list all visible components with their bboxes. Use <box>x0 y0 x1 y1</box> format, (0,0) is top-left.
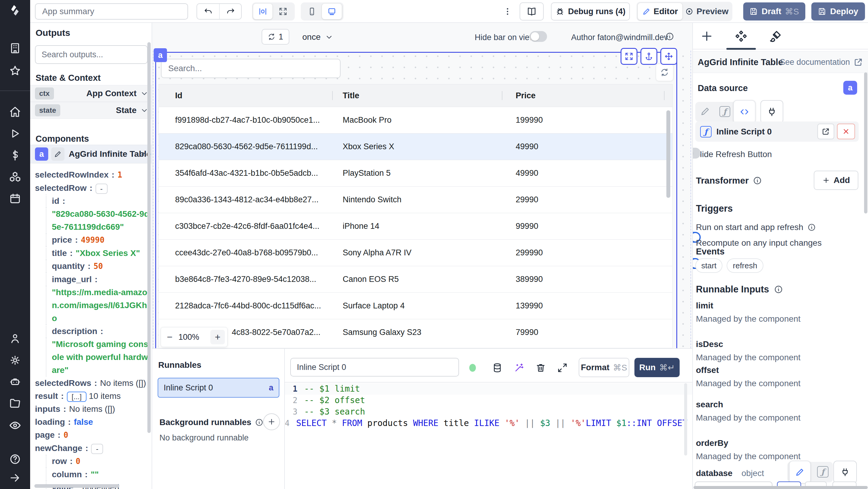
eval-mode-icon[interactable] <box>733 100 755 124</box>
editor-tab[interactable]: Editor <box>638 3 682 20</box>
canvas-grid[interactable]: a Id Title Price <box>153 51 691 348</box>
app-summary-input[interactable] <box>35 3 188 20</box>
code-line[interactable]: 4SELECT * FROM products WHERE title ILIK… <box>285 418 692 429</box>
table-row[interactable]: 829ca080-5630-4562-9d5e-7611199d... Xbox… <box>159 133 673 160</box>
open-script-icon[interactable] <box>817 124 834 139</box>
output-tree-entry[interactable]: result:[...] 10 items <box>35 390 150 402</box>
expand-object-button[interactable]: - <box>96 184 107 194</box>
event-refresh-pill[interactable]: refresh <box>727 258 764 273</box>
ctx-row[interactable]: ctx App Context <box>30 85 152 102</box>
undo-button[interactable] <box>197 4 219 19</box>
database-static-mode-icon[interactable] <box>789 461 811 484</box>
table-row[interactable]: 89c0a336-1343-4812-ac34-e4bb8e27... Nint… <box>159 186 673 213</box>
output-tree-entry[interactable]: selectedRows:No items ([]) <box>35 376 150 390</box>
output-tree-entry[interactable]: column:"" <box>46 468 150 481</box>
help-icon[interactable] <box>8 452 22 466</box>
table-row[interactable]: c303bce7-cb2e-42c6-8fdf-6aa01fc4e4... iP… <box>159 213 673 239</box>
add-background-runnable-button[interactable] <box>263 413 280 430</box>
outputs-vertical-scrollbar[interactable] <box>147 42 151 433</box>
code-area[interactable]: 1-- $1 limit2-- $2 offset3-- $3 search4S… <box>285 383 692 429</box>
table-row[interactable]: ccee43dc-27e0-40a8-b768-b09579b0... Sony… <box>159 239 673 266</box>
chevron-up-icon[interactable] <box>140 150 148 158</box>
static-value-mode-icon[interactable] <box>700 106 710 116</box>
expand-result-button[interactable]: [...] <box>67 392 87 402</box>
add-transformer-button[interactable]: Add <box>814 171 858 190</box>
anchor-component-icon[interactable] <box>641 48 657 65</box>
schedules-icon[interactable] <box>8 192 22 206</box>
home-icon[interactable] <box>8 105 22 119</box>
code-line[interactable]: 3-- $3 search <box>285 406 692 418</box>
collapse-sidebar-icon[interactable] <box>8 471 22 485</box>
table-row[interactable]: f991898d-cb27-4ac7-b10c-0b9050ce1... Mac… <box>159 107 673 133</box>
code-line[interactable]: 1-- $1 limit <box>285 383 692 395</box>
right-vertical-scrollbar[interactable] <box>864 72 867 213</box>
column-header-price[interactable]: Price <box>502 84 664 107</box>
variables-icon[interactable] <box>8 148 22 162</box>
delete-script-icon[interactable] <box>535 363 546 373</box>
settings-icon[interactable] <box>8 353 22 367</box>
favorites-icon[interactable] <box>8 64 22 78</box>
preview-tab[interactable]: Preview <box>682 7 731 16</box>
output-tree-entry[interactable]: loading:false <box>35 416 150 428</box>
output-tree-entry[interactable]: title:"Xbox Series X" <box>46 247 150 259</box>
column-header-id[interactable]: Id <box>159 84 333 107</box>
outputs-horizontal-scrollbar[interactable] <box>34 484 119 488</box>
output-tree-entry[interactable]: newChange:- <box>35 442 150 455</box>
script-name-input[interactable] <box>290 358 459 376</box>
output-tree-entry[interactable]: description: <box>46 325 150 338</box>
aggrid-component[interactable]: a Id Title Price <box>155 52 677 348</box>
output-tree-entry[interactable]: image_url: <box>46 273 150 286</box>
desktop-view-button[interactable] <box>322 4 342 19</box>
database-connect-mode-icon[interactable] <box>833 461 857 484</box>
format-button[interactable]: Format ⌘S <box>579 358 629 377</box>
table-row[interactable]: b3e864c8-7fe3-4270-89e9-54c12038... Cano… <box>159 266 673 293</box>
state-row[interactable]: state State <box>30 102 152 119</box>
component-settings-tab[interactable] <box>735 30 748 43</box>
editor-scrollbar[interactable] <box>684 383 687 456</box>
table-row[interactable]: 354f6afd-43ac-4321-b1bc-0b5e5adcb... Pla… <box>159 160 673 186</box>
column-header-title[interactable]: Title <box>333 84 502 107</box>
workspace-icon[interactable] <box>8 41 22 55</box>
table-row[interactable]: 4c83-8022-5e70a07a2... Samsung Galaxy S2… <box>159 319 673 345</box>
windmill-logo-icon[interactable] <box>8 4 22 18</box>
hide-bar-toggle[interactable] <box>530 31 547 42</box>
database-template-mode-icon[interactable]: ƒ <box>817 466 829 478</box>
deploy-button[interactable]: Deploy <box>811 2 865 21</box>
folders-icon[interactable] <box>8 397 22 410</box>
ai-wand-icon[interactable] <box>514 363 524 373</box>
docs-book-button[interactable] <box>520 2 544 21</box>
edit-component-id-icon[interactable] <box>51 147 64 161</box>
account-icon[interactable] <box>8 332 22 345</box>
resources-icon[interactable] <box>8 170 22 184</box>
run-button[interactable]: Run ⌘↵ <box>634 358 680 377</box>
runs-icon[interactable] <box>8 127 22 141</box>
table-vertical-scrollbar[interactable] <box>666 110 670 198</box>
draft-button[interactable]: Draft ⌘S <box>743 2 805 21</box>
zoom-in-button[interactable]: + <box>210 330 225 344</box>
author-info-icon[interactable] <box>665 32 674 41</box>
full-width-layout-button[interactable] <box>273 7 293 16</box>
debug-runs-button[interactable]: Debug runs (4) <box>551 2 630 21</box>
center-layout-button[interactable] <box>253 4 273 19</box>
refresh-count-button[interactable]: 1 <box>261 29 289 44</box>
connect-mode-icon[interactable] <box>761 100 783 124</box>
insert-component-tab[interactable] <box>700 30 713 43</box>
move-component-icon[interactable] <box>660 48 677 65</box>
database-icon[interactable] <box>492 363 502 373</box>
expand-editor-icon[interactable] <box>557 363 567 373</box>
zoom-out-button[interactable]: − <box>161 332 179 343</box>
external-link-icon[interactable] <box>854 57 863 67</box>
expand-object-button[interactable]: - <box>91 444 103 454</box>
more-menu-icon[interactable] <box>500 4 515 19</box>
output-tree-entry[interactable]: inputs:No items ([]) <box>35 402 150 416</box>
schedule-dropdown[interactable]: once <box>302 32 333 42</box>
table-refresh-button[interactable] <box>656 64 673 81</box>
template-mode-icon[interactable]: ƒ <box>719 106 730 117</box>
ai-assistant-icon[interactable] <box>8 375 22 389</box>
search-outputs-input[interactable] <box>35 45 148 64</box>
output-tree-entry[interactable]: quantity:50 <box>46 259 150 273</box>
expand-component-icon[interactable] <box>621 48 638 65</box>
component-outputs-header[interactable]: a AgGrid Infinite Table <box>30 145 152 163</box>
output-tree-entry[interactable]: page:0 <box>35 428 150 442</box>
output-tree-entry[interactable]: selectedRowIndex:1 <box>35 168 150 182</box>
